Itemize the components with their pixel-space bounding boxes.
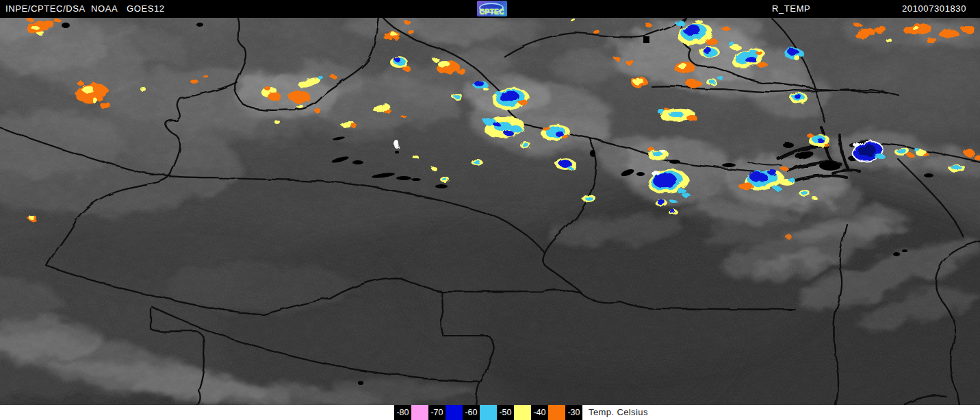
satellite-image-viewport: INPE/CPTEC/DSA NOAA GOES12 CPTEC R_TEMP … xyxy=(0,0,980,420)
header-satellite: GOES12 xyxy=(127,3,165,14)
header-bar: INPE/CPTEC/DSA NOAA GOES12 CPTEC R_TEMP … xyxy=(0,0,980,18)
legend-swatch xyxy=(480,405,497,420)
legend-bar: -80-70-60-50-40-30 Temp. Celsius xyxy=(0,405,980,420)
legend-swatch xyxy=(514,405,531,420)
legend-label: -30 xyxy=(565,405,582,420)
noise-layer xyxy=(0,0,980,420)
legend-label: -70 xyxy=(428,405,446,420)
satellite-map xyxy=(0,0,980,420)
cptec-logo: CPTEC xyxy=(477,1,507,16)
cptec-logo-text: CPTEC xyxy=(480,8,504,16)
temperature-legend: -80-70-60-50-40-30 xyxy=(394,405,582,420)
legend-label: -60 xyxy=(463,405,480,420)
header-timestamp: 201007301830 xyxy=(902,3,966,14)
legend-swatch xyxy=(548,405,565,420)
legend-label: -40 xyxy=(531,405,548,420)
legend-swatch xyxy=(446,405,463,420)
header-product: R_TEMP xyxy=(772,3,810,14)
header-agency: NOAA xyxy=(91,3,118,14)
legend-title: Temp. Celsius xyxy=(589,407,648,417)
legend-label: -80 xyxy=(394,405,411,420)
header-source: INPE/CPTEC/DSA xyxy=(5,3,86,14)
legend-swatch xyxy=(411,405,428,420)
legend-label: -50 xyxy=(497,405,514,420)
